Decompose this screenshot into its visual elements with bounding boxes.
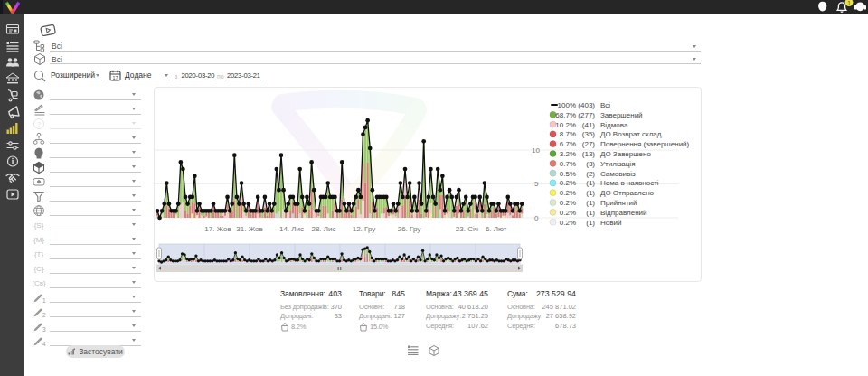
svg-text:(1): (1) — [586, 219, 595, 227]
svg-text:{C}: {C} — [33, 265, 43, 273]
svg-text:8.7%: 8.7% — [560, 130, 576, 138]
svg-text:26. Гру: 26. Гру — [398, 225, 421, 233]
svg-text:100%: 100% — [558, 101, 576, 109]
svg-text:0: 0 — [534, 214, 539, 222]
svg-text:(1): (1) — [586, 189, 595, 197]
svg-text:0.2%: 0.2% — [560, 219, 576, 227]
svg-text:(277): (277) — [578, 111, 595, 119]
svg-text:31. Жов: 31. Жов — [236, 225, 262, 233]
svg-text:(1): (1) — [586, 209, 595, 217]
svg-text:68.7%: 68.7% — [555, 111, 576, 119]
svg-text:(41): (41) — [582, 121, 596, 129]
svg-text:Самовивіз: Самовивіз — [600, 170, 636, 178]
svg-text:0.2%: 0.2% — [560, 179, 576, 187]
svg-text:Нема в наявності: Нема в наявності — [600, 179, 659, 187]
svg-text:(3): (3) — [586, 160, 595, 168]
svg-text:{S}: {S} — [34, 221, 44, 230]
svg-text:Всі: Всі — [600, 101, 610, 109]
svg-text:ДО Завершено: ДО Завершено — [600, 150, 651, 158]
svg-text:3.2%: 3.2% — [560, 150, 576, 158]
svg-text:4: 4 — [42, 341, 46, 347]
svg-text:Новий: Новий — [600, 219, 621, 227]
svg-text:(1): (1) — [586, 199, 595, 207]
svg-text:(2): (2) — [586, 170, 595, 178]
svg-text:{T}: {T} — [34, 250, 44, 258]
svg-text:Утилізація: Утилізація — [600, 160, 635, 168]
svg-text:0.7%: 0.7% — [560, 160, 576, 168]
svg-text:6. Лют: 6. Лют — [486, 225, 507, 233]
svg-text:{Cв}: {Cв} — [33, 279, 46, 287]
svg-text:Повернення (завершений): Повернення (завершений) — [600, 140, 690, 148]
svg-text:ДО Отправлено: ДО Отправлено — [600, 189, 655, 197]
svg-text:23. Січ: 23. Січ — [456, 225, 478, 233]
svg-text:17. Жов: 17. Жов — [204, 225, 231, 233]
svg-text:{M}: {M} — [33, 236, 44, 244]
svg-text:(13): (13) — [582, 150, 596, 158]
svg-text:?: ? — [37, 119, 42, 127]
svg-text:Прийнятий: Прийнятий — [600, 199, 637, 207]
svg-text:14. Лис: 14. Лис — [279, 225, 304, 233]
svg-text:10.2%: 10.2% — [555, 121, 576, 129]
svg-text:(35): (35) — [582, 130, 596, 138]
svg-text:5: 5 — [534, 180, 539, 188]
svg-text:ДО Возврат склад: ДО Возврат склад — [600, 130, 662, 138]
svg-text:Відмова: Відмова — [600, 121, 628, 129]
svg-text:(403): (403) — [578, 101, 595, 109]
svg-text:1: 1 — [42, 297, 46, 304]
svg-text:Завершений: Завершений — [600, 111, 643, 119]
svg-text:10: 10 — [532, 146, 540, 155]
svg-text:12. Гру: 12. Гру — [353, 225, 376, 233]
svg-text:(1): (1) — [586, 179, 595, 187]
svg-text:(27): (27) — [582, 140, 596, 148]
svg-text:2: 2 — [42, 312, 46, 318]
svg-text:6.7%: 6.7% — [560, 140, 576, 148]
svg-text:0.2%: 0.2% — [560, 209, 576, 217]
svg-text:1: 1 — [847, 0, 851, 6]
svg-text:3: 3 — [42, 326, 46, 333]
svg-text:28. Лис: 28. Лис — [311, 225, 335, 233]
svg-text:0.5%: 0.5% — [560, 170, 576, 178]
svg-text:Відправлений: Відправлений — [600, 209, 647, 217]
svg-text:0.2%: 0.2% — [560, 189, 576, 197]
svg-text:0.2%: 0.2% — [560, 199, 576, 207]
